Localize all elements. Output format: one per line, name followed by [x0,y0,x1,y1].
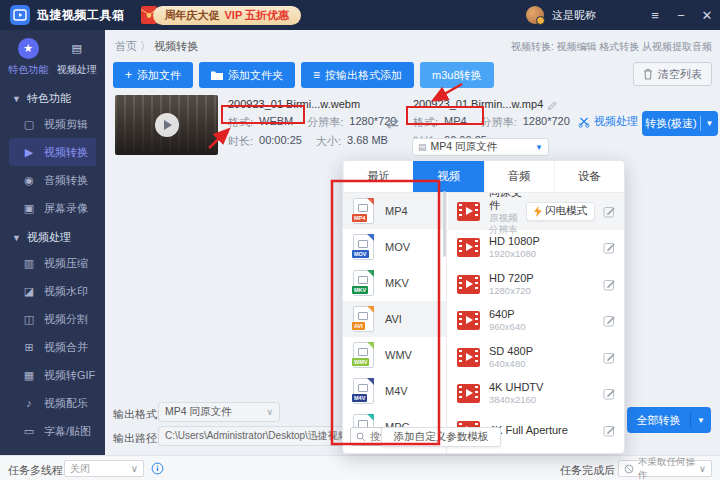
sidebar-item[interactable]: ◫ 视频分割 [9,305,96,333]
preset-option[interactable]: HD 720P 1280x720 [448,266,624,303]
sidebar-item-icon: ▢ [22,118,36,131]
format-option[interactable]: MKV MKV [343,265,446,301]
convert-all-button[interactable]: 全部转换 ▼ [627,407,711,433]
file-format-icon: MOV [353,234,374,260]
section-header-featured[interactable]: ▼ 特色功能 [0,83,105,110]
output-format-label: 输出格式: [113,407,160,422]
multithread-select[interactable]: 关闭 ∨ [64,460,144,477]
video-preset-icon [457,384,480,403]
add-by-format-button[interactable]: ≡ 按输出格式添加 [301,62,414,88]
sidebar-item-icon: ◫ [22,313,36,326]
convert-fast-button[interactable]: 转换(极速) ▼ [642,111,718,136]
play-icon[interactable] [155,113,179,137]
preset-option[interactable]: SD 480P 640x480 [448,339,624,376]
quick-links[interactable]: 视频转换: 视频编辑 格式转换 从视频提取音频 [511,40,712,54]
plus-icon: + [125,69,132,81]
sidebar-item[interactable]: ▦ 视频转GIF [9,361,96,389]
format-picker-popup: 最近 视频 音频 设备 MP4 MP4 [342,160,625,454]
title-bar: 迅捷视频工具箱 周年庆大促 VIP 五折优惠 这是昵称 ≡ − ✕ [0,0,720,30]
popup-tab[interactable]: 音频 [484,161,554,192]
breadcrumb-sep: 〉 [140,40,151,52]
avatar[interactable] [526,6,544,24]
chevron-down-icon[interactable]: ▼ [691,416,711,425]
video-preset-icon [457,275,480,294]
multithread-label: 任务多线程 [8,463,63,478]
edit-pencil-icon[interactable] [603,351,616,364]
sidebar: ★ 特色功能 ▤ 视频处理 ▼ 特色功能 ▢ 视频剪辑 ▶ 视频转换 ◉ [0,30,105,455]
chevron-down-icon: ∨ [131,463,138,474]
preset-option[interactable]: HD 1080P 1920x1080 [448,230,624,267]
add-folder-button[interactable]: 添加文件夹 [199,62,295,88]
sidebar-mode-tab[interactable]: ★ 特色功能 [4,38,52,77]
user-nickname[interactable]: 这是昵称 [552,8,596,23]
folder-icon [211,70,223,80]
sidebar-item[interactable]: ▭ 字幕/贴图 [9,417,96,445]
trash-icon [643,68,653,80]
sidebar-item-icon: ◉ [22,174,36,187]
flash-mode-badge[interactable]: 闪电模式 [526,202,595,221]
chevron-down-icon[interactable]: ▼ [701,119,718,128]
after-task-select[interactable]: 不采取任何操作 ∨ [618,460,712,477]
promo-banner[interactable]: 周年庆大促 VIP 五折优惠 [141,6,302,25]
sidebar-item[interactable]: ▥ 视频压缩 [9,249,96,277]
breadcrumb: 首页 〉 视频转换 [115,39,198,54]
video-edit-link[interactable]: 视频处理 [578,114,638,129]
sidebar-item[interactable]: ▶ 视频转换 [9,138,96,166]
section-header-processing[interactable]: ▼ 视频处理 [0,222,105,249]
video-preset-icon [457,202,480,221]
popup-tab[interactable]: 设备 [554,161,624,192]
preset-option[interactable]: 同原文件 原视频分辨率 闪电模式 [448,193,624,230]
app-logo-icon [10,5,30,25]
popup-tab[interactable]: 视频 [413,161,483,192]
add-file-button[interactable]: + 添加文件 [113,62,193,88]
sidebar-item[interactable]: ▣ 屏幕录像 [9,194,96,222]
sidebar-item-icon: ▭ [22,425,36,438]
format-option[interactable]: WMV WMV [343,337,446,373]
add-custom-template-button[interactable]: 添加自定义参数模板 [381,427,501,447]
video-preset-icon [457,348,480,367]
sidebar-item[interactable]: ◪ 视频水印 [9,277,96,305]
format-option[interactable]: MOV MOV [343,229,446,265]
close-icon[interactable]: ✕ [694,8,720,23]
preset-option[interactable]: 640P 960x640 [448,303,624,340]
chevron-down-icon: ∨ [699,463,706,474]
popup-tab[interactable]: 最近 [343,161,413,192]
clear-list-button[interactable]: 清空列表 [633,62,712,86]
edit-pencil-icon[interactable] [603,278,616,291]
m3u8-convert-button[interactable]: m3u8转换 [420,62,494,88]
source-size-value: 3.68 MB [347,134,388,149]
file-format-icon: M4V [353,378,374,404]
sidebar-item[interactable]: ◉ 音频转换 [9,166,96,194]
edit-pencil-icon[interactable] [603,314,616,327]
caret-down-icon: ▼ [12,94,21,104]
output-filename: 200923_01 Birmin...w.mp4 [413,98,543,110]
edit-pencil-icon[interactable] [603,387,616,400]
popup-tabs: 最近 视频 音频 设备 [343,161,624,193]
output-preset-dropdown[interactable]: ▤ MP4 同原文件 ▼ [412,138,549,156]
menu-icon[interactable]: ≡ [642,8,668,23]
minimize-icon[interactable]: − [668,8,694,23]
sidebar-item[interactable]: ▢ 视频剪辑 [9,110,96,138]
sidebar-item-icon: ⊞ [22,341,36,354]
format-option[interactable]: AVI AVI [343,301,446,337]
mode-tab-icon: ★ [18,38,39,59]
info-icon[interactable] [151,462,164,475]
breadcrumb-home[interactable]: 首页 [115,40,137,52]
output-format-select[interactable]: MP4 同原文件 ∨ [158,402,280,422]
edit-pencil-icon[interactable] [603,241,616,254]
scrollbar[interactable] [443,191,446,257]
sidebar-featured-items: ▢ 视频剪辑 ▶ 视频转换 ◉ 音频转换 ▣ 屏幕录像 [0,110,105,222]
sidebar-item[interactable]: ♪ 视频配乐 [9,389,96,417]
video-preset-icon [457,311,480,330]
sidebar-item[interactable]: ⊞ 视频合并 [9,333,96,361]
format-option[interactable]: M4V M4V [343,373,446,409]
source-file-info: 200923_01 Birmi...w.webm 格式: WEBM 分辨率: 1… [228,98,396,153]
edit-pencil-icon[interactable] [603,205,616,218]
preset-option[interactable]: 4K UHDTV 3840x2160 [448,376,624,413]
video-thumbnail[interactable] [115,95,218,155]
edit-pencil-icon[interactable] [603,424,616,437]
format-option[interactable]: MP4 MP4 [343,193,446,229]
rename-pencil-icon[interactable] [547,99,558,110]
chevron-down-icon: ▼ [535,143,543,152]
sidebar-mode-tab[interactable]: ▤ 视频处理 [53,38,101,77]
